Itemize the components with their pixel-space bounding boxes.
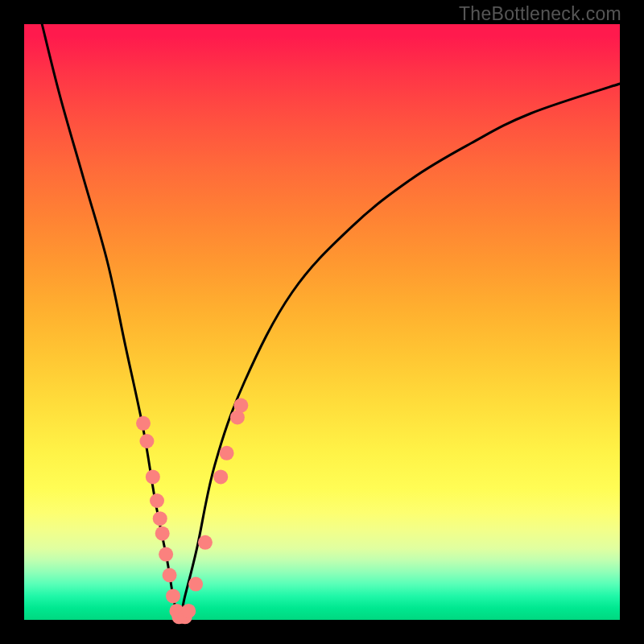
plot-area bbox=[24, 24, 620, 620]
chart-frame: TheBottleneck.com bbox=[0, 0, 644, 644]
watermark-label: TheBottleneck.com bbox=[459, 3, 621, 25]
